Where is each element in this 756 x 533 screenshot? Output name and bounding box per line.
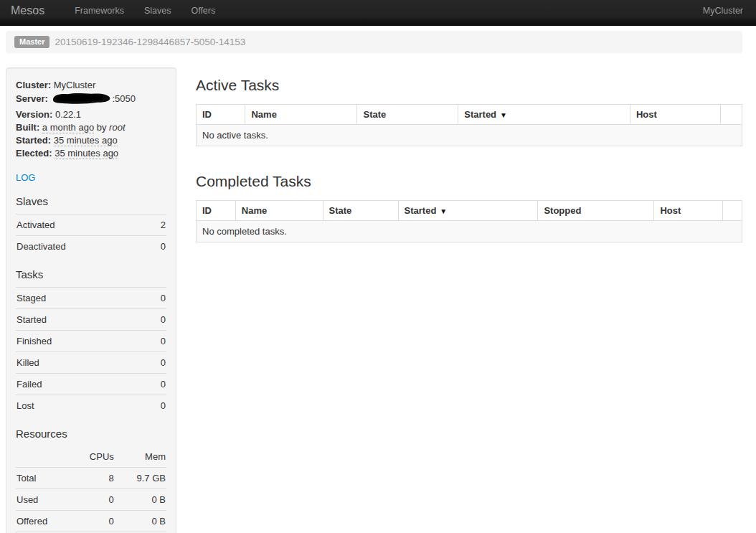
cluster-label: Cluster: bbox=[16, 80, 51, 90]
active-tasks-table: ID Name State Started▼ Host No active ta… bbox=[196, 104, 742, 146]
column-header-id[interactable]: ID bbox=[197, 201, 236, 221]
column-header-name[interactable]: Name bbox=[245, 105, 357, 125]
tasks-failed-value: 0 bbox=[143, 374, 166, 395]
resources-header-row: CPUs Mem bbox=[16, 446, 166, 468]
column-header-label: State bbox=[363, 109, 386, 120]
resources-used-label: Used bbox=[16, 489, 71, 511]
active-tasks-header-row: ID Name State Started▼ Host bbox=[197, 105, 742, 125]
tasks-lost-value: 0 bbox=[143, 395, 166, 417]
tasks-killed-label: Killed bbox=[16, 352, 143, 374]
table-row: Used 0 0 B bbox=[16, 489, 166, 511]
column-header-label: Name bbox=[251, 109, 276, 120]
column-header-actions bbox=[723, 201, 742, 221]
slaves-activated-label: Activated bbox=[16, 214, 149, 236]
slaves-deactivated-value: 0 bbox=[149, 236, 166, 258]
active-tasks-heading: Active Tasks bbox=[196, 76, 742, 95]
brand-mesos[interactable]: Mesos bbox=[11, 4, 44, 17]
resources-offered-mem: 0 B bbox=[115, 511, 166, 532]
tasks-killed-value: 0 bbox=[143, 352, 166, 374]
sort-desc-icon: ▼ bbox=[500, 111, 507, 119]
column-header-label: Started bbox=[464, 109, 496, 120]
slaves-deactivated-label: Deactivated bbox=[16, 236, 149, 258]
built-connector: by bbox=[97, 122, 107, 133]
active-tasks-empty-message: No active tasks. bbox=[197, 125, 742, 146]
resources-col-mem: Mem bbox=[115, 446, 166, 468]
elected-info-line: Elected: 35 minutes ago bbox=[16, 147, 166, 160]
nav-item-frameworks[interactable]: Frameworks bbox=[65, 6, 134, 16]
log-link[interactable]: LOG bbox=[16, 172, 35, 183]
tasks-started-value: 0 bbox=[143, 309, 166, 331]
table-row: Killed 0 bbox=[16, 352, 166, 374]
active-tasks-empty-row: No active tasks. bbox=[197, 125, 742, 146]
built-label: Built: bbox=[16, 122, 39, 133]
slaves-heading: Slaves bbox=[16, 195, 166, 207]
started-time: 35 minutes ago bbox=[54, 135, 118, 146]
column-header-label: Started bbox=[405, 205, 437, 216]
server-info-line: Server: :5050 bbox=[16, 92, 166, 108]
column-header-label: Stopped bbox=[544, 205, 581, 216]
resources-total-mem: 9.7 GB bbox=[115, 468, 166, 489]
column-header-label: Host bbox=[660, 205, 681, 216]
slaves-activated-value: 2 bbox=[149, 214, 166, 236]
table-row: Staged 0 bbox=[16, 288, 166, 309]
elected-time: 35 minutes ago bbox=[55, 148, 118, 159]
column-header-started[interactable]: Started▼ bbox=[458, 105, 630, 125]
column-header-id[interactable]: ID bbox=[197, 105, 245, 125]
resources-total-label: Total bbox=[16, 468, 71, 489]
table-row: Failed 0 bbox=[16, 374, 166, 395]
elected-label: Elected: bbox=[16, 148, 52, 159]
column-header-state[interactable]: State bbox=[323, 201, 398, 221]
resources-used-cpus: 0 bbox=[71, 489, 115, 511]
completed-tasks-empty-message: No completed tasks. bbox=[197, 221, 742, 242]
tasks-started-label: Started bbox=[16, 309, 143, 331]
sidebar-well: Cluster: MyCluster Server: :5050 Version… bbox=[6, 67, 176, 533]
resources-total-cpus: 8 bbox=[71, 468, 115, 489]
table-row: Activated 2 bbox=[16, 214, 166, 236]
resources-offered-label: Offered bbox=[16, 511, 71, 532]
tasks-lost-label: Lost bbox=[16, 395, 143, 417]
tasks-staged-label: Staged bbox=[16, 288, 143, 309]
slaves-table: Activated 2 Deactivated 0 bbox=[16, 214, 166, 257]
nav-items: Frameworks Slaves Offers bbox=[65, 6, 225, 16]
table-row: Offered 0 0 B bbox=[16, 511, 166, 532]
table-row: Finished 0 bbox=[16, 331, 166, 352]
column-header-actions bbox=[720, 105, 742, 125]
table-row: Lost 0 bbox=[16, 395, 166, 417]
table-row: Started 0 bbox=[16, 309, 166, 331]
column-header-name[interactable]: Name bbox=[235, 201, 323, 221]
resources-col-blank bbox=[16, 446, 71, 468]
nav-item-slaves[interactable]: Slaves bbox=[134, 6, 181, 16]
column-header-host[interactable]: Host bbox=[654, 201, 723, 221]
column-header-label: ID bbox=[202, 109, 212, 120]
tasks-finished-value: 0 bbox=[143, 331, 166, 352]
tasks-staged-value: 0 bbox=[143, 288, 166, 309]
version-label: Version: bbox=[16, 109, 52, 120]
active-tasks-section: Active Tasks ID Name State Started▼ Host bbox=[196, 76, 742, 146]
server-port: :5050 bbox=[112, 93, 136, 104]
column-header-host[interactable]: Host bbox=[630, 105, 720, 125]
navbar: Mesos Frameworks Slaves Offers MyCluster bbox=[0, 0, 756, 26]
completed-tasks-table: ID Name State Started▼ Stopped Host No c… bbox=[196, 200, 742, 242]
tasks-finished-label: Finished bbox=[16, 331, 143, 352]
redacted-server-address bbox=[50, 92, 112, 109]
built-author: root bbox=[109, 122, 125, 133]
breadcrumb: Master 20150619-192346-1298446857-5050-1… bbox=[6, 31, 742, 53]
column-header-started[interactable]: Started▼ bbox=[398, 201, 538, 221]
started-info-line: Started: 35 minutes ago bbox=[16, 134, 166, 147]
tasks-table: Staged 0 Started 0 Finished 0 Killed 0 F… bbox=[16, 287, 166, 416]
cluster-name-label: MyCluster bbox=[703, 6, 743, 16]
nav-item-offers[interactable]: Offers bbox=[181, 6, 225, 16]
built-time: a month ago bbox=[42, 122, 94, 133]
table-row: Total 8 9.7 GB bbox=[16, 468, 166, 489]
column-header-label: Name bbox=[242, 205, 267, 216]
column-header-label: Host bbox=[636, 109, 657, 120]
table-row: Deactivated 0 bbox=[16, 236, 166, 258]
resources-heading: Resources bbox=[16, 428, 166, 440]
completed-tasks-empty-row: No completed tasks. bbox=[197, 221, 742, 242]
completed-tasks-section: Completed Tasks ID Name State Started▼ S… bbox=[196, 172, 742, 242]
resources-col-cpus: CPUs bbox=[71, 446, 115, 468]
column-header-stopped[interactable]: Stopped bbox=[538, 201, 654, 221]
cluster-value: MyCluster bbox=[54, 80, 96, 90]
sort-desc-icon: ▼ bbox=[440, 207, 447, 215]
column-header-state[interactable]: State bbox=[357, 105, 458, 125]
